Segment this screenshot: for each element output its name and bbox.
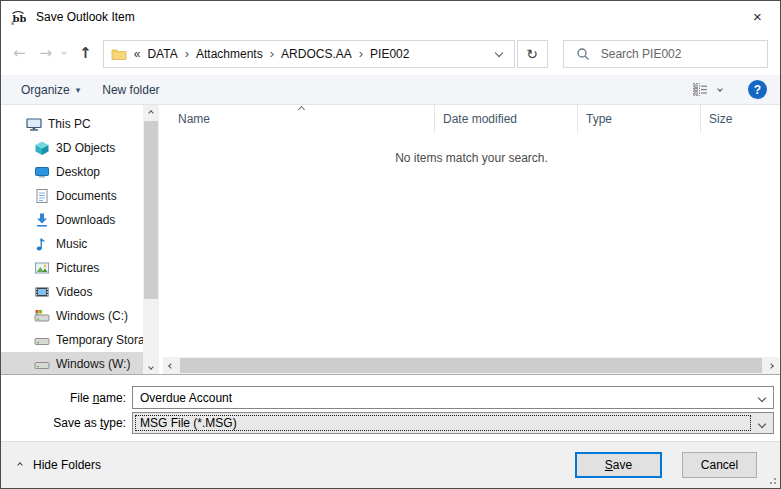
- recent-locations-chevron-icon[interactable]: [61, 49, 67, 55]
- cancel-button[interactable]: Cancel: [682, 452, 757, 478]
- sidebar-item-label: This PC: [48, 117, 91, 131]
- cancel-button-label: Cancel: [701, 458, 738, 472]
- sidebar-item-documents[interactable]: Documents: [1, 184, 143, 208]
- sidebar-item-label: Pictures: [56, 261, 99, 275]
- sidebar-scrollbar-thumb[interactable]: [144, 121, 158, 299]
- save-button-label: Save: [605, 458, 632, 472]
- drive-icon: [34, 356, 50, 372]
- help-icon: ?: [754, 83, 761, 97]
- organize-button[interactable]: Organize ▾: [21, 83, 80, 97]
- address-bar[interactable]: « DATA›Attachments›ARDOCS.AA›PIE002: [103, 40, 515, 68]
- breadcrumb-separator-icon: ›: [185, 46, 189, 61]
- column-header-date-modified[interactable]: Date modified: [434, 105, 577, 133]
- close-button[interactable]: ×: [735, 1, 780, 32]
- sidebar-item-label: Desktop: [56, 165, 100, 179]
- scroll-right-icon[interactable]: [763, 357, 779, 374]
- help-button[interactable]: ?: [748, 80, 767, 99]
- scroll-left-icon[interactable]: [163, 357, 179, 374]
- sidebar-item-windows-c[interactable]: Windows (C:): [1, 304, 143, 328]
- computer-icon: [26, 116, 42, 132]
- column-header-name[interactable]: Name: [163, 105, 434, 133]
- search-icon: [576, 47, 590, 61]
- file-name-value: Overdue Account: [140, 391, 232, 405]
- column-header-label: Name: [178, 112, 210, 126]
- scroll-up-icon[interactable]: [143, 105, 159, 120]
- sidebar-item-label: Music: [56, 237, 87, 251]
- back-icon[interactable]: ←: [13, 46, 26, 61]
- sort-ascending-icon[interactable]: [297, 106, 304, 113]
- sidebar-item-3d-objects[interactable]: 3D Objects: [1, 136, 143, 160]
- sidebar-item-label: Windows (W:): [56, 357, 130, 371]
- column-header-size[interactable]: Size: [700, 105, 768, 133]
- chevron-down-icon: ▾: [76, 85, 81, 95]
- windows-drive-icon: [34, 308, 50, 324]
- search-placeholder: Search PIE002: [601, 47, 682, 61]
- refresh-button[interactable]: ↻: [517, 40, 548, 68]
- pictures-icon: [34, 260, 50, 276]
- downloads-icon: [34, 212, 50, 228]
- sidebar-item-desktop[interactable]: Desktop: [1, 160, 143, 184]
- save-as-type-select[interactable]: MSG File (*.MSG): [132, 412, 774, 434]
- breadcrumb-item-ardocs-aa[interactable]: ARDOCS.AA: [277, 47, 356, 61]
- drive-icon: [34, 332, 50, 348]
- empty-message: No items match your search.: [163, 151, 780, 165]
- sidebar-item-temporary-stora[interactable]: Temporary Stora: [1, 328, 143, 352]
- column-header-type[interactable]: Type: [577, 105, 700, 133]
- file-name-dropdown-chevron-icon[interactable]: [758, 394, 766, 402]
- navigation-pane: This PC 3D Objects Desktop Documents Dow…: [1, 105, 159, 374]
- title-bar: Save Outlook Item ×: [1, 1, 780, 32]
- sidebar-item-videos[interactable]: Videos: [1, 280, 143, 304]
- resize-grip[interactable]: [767, 475, 777, 485]
- sidebar-item-downloads[interactable]: Downloads: [1, 208, 143, 232]
- sidebar-item-label: Windows (C:): [56, 309, 128, 323]
- file-fields: File name: Overdue Account Save as type:…: [1, 374, 780, 441]
- dialog-footer: Hide Folders Save Cancel: [1, 441, 780, 488]
- file-list: NameDate modifiedTypeSize No items match…: [163, 105, 780, 374]
- breadcrumb-separator-icon: ›: [359, 46, 363, 61]
- column-header-label: Type: [586, 112, 612, 126]
- sidebar-item-label: Temporary Stora: [56, 333, 143, 347]
- column-header-label: Date modified: [443, 112, 517, 126]
- 3d-objects-icon: [34, 140, 50, 156]
- browse-area: This PC 3D Objects Desktop Documents Dow…: [1, 105, 780, 374]
- save-button[interactable]: Save: [575, 452, 662, 478]
- navigation-bar: ← → ↑ « DATA›Attachments›ARDOCS.AA›PIE00…: [1, 32, 780, 75]
- breadcrumb-item-pie002[interactable]: PIE002: [366, 47, 413, 61]
- details-view-icon[interactable]: [693, 83, 708, 96]
- breadcrumb-item-data[interactable]: DATA: [143, 47, 181, 61]
- sidebar-item-this-pc[interactable]: This PC: [1, 112, 143, 136]
- forward-icon[interactable]: →: [40, 46, 53, 61]
- address-dropdown-chevron-icon[interactable]: [494, 48, 502, 56]
- up-icon[interactable]: ↑: [79, 46, 92, 61]
- horizontal-scrollbar-thumb[interactable]: [180, 358, 762, 373]
- sidebar-item-pictures[interactable]: Pictures: [1, 256, 143, 280]
- save-as-type-value: MSG File (*.MSG): [140, 416, 237, 430]
- new-folder-button[interactable]: New folder: [102, 83, 159, 97]
- file-name-row: File name: Overdue Account: [1, 386, 774, 409]
- new-folder-label: New folder: [102, 83, 159, 97]
- close-icon: ×: [753, 8, 762, 25]
- search-input[interactable]: Search PIE002: [563, 40, 768, 68]
- sidebar-item-label: Downloads: [56, 213, 115, 227]
- sidebar-item-music[interactable]: Music: [1, 232, 143, 256]
- list-header-row: NameDate modifiedTypeSize: [163, 105, 780, 133]
- hide-folders-label: Hide Folders: [33, 458, 101, 472]
- videos-icon: [34, 284, 50, 300]
- save-as-type-label: Save as type:: [1, 416, 126, 430]
- save-as-type-dropdown-chevron-icon[interactable]: [758, 420, 766, 428]
- chevron-up-icon: [17, 462, 23, 468]
- file-name-label: File name:: [1, 391, 126, 405]
- app-icon: [10, 9, 26, 25]
- save-as-type-row: Save as type: MSG File (*.MSG): [1, 412, 774, 434]
- breadcrumb-overflow-icon[interactable]: «: [134, 47, 141, 61]
- documents-icon: [34, 188, 50, 204]
- scroll-down-icon[interactable]: [143, 359, 159, 374]
- sidebar-item-windows-w[interactable]: Windows (W:): [1, 352, 143, 374]
- file-name-input[interactable]: Overdue Account: [132, 386, 774, 409]
- breadcrumb-item-attachments[interactable]: Attachments: [192, 47, 267, 61]
- hide-folders-button[interactable]: Hide Folders: [18, 458, 101, 472]
- horizontal-scrollbar[interactable]: [163, 357, 779, 374]
- view-dropdown-chevron-icon[interactable]: [717, 86, 723, 92]
- sidebar-scrollbar[interactable]: [143, 105, 159, 374]
- folder-icon: [111, 47, 127, 61]
